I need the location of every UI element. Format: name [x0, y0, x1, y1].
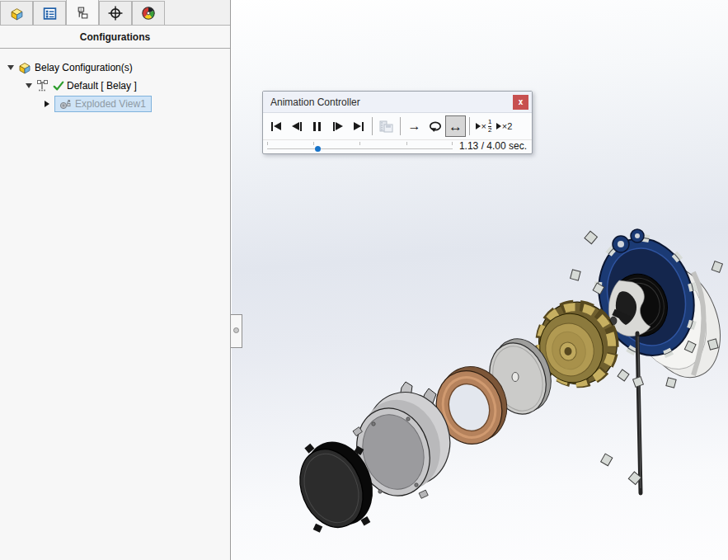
playback-toolbar: → ↔ × 1 2 ×2	[263, 113, 532, 139]
toolbar-separator	[372, 117, 373, 135]
exploded-view-icon	[59, 97, 72, 111]
fastener-cube[interactable]	[585, 231, 597, 243]
speed-double-button[interactable]: ×2	[494, 115, 514, 137]
graphics-viewport[interactable]	[232, 0, 728, 560]
one-half-fraction: 1 2	[488, 119, 491, 134]
fastener-cube[interactable]	[601, 454, 613, 466]
toolbar-separator	[400, 117, 401, 135]
save-animation-button[interactable]	[376, 115, 397, 137]
checkmark-icon	[53, 79, 64, 92]
expand-collapse-icon[interactable]	[26, 83, 32, 88]
panel-title: Configurations	[0, 26, 230, 48]
animation-controller-dialog[interactable]: Animation Controller x →	[262, 91, 533, 154]
close-button[interactable]: x	[513, 95, 528, 110]
selected-tree-item[interactable]: Exploded View1	[54, 96, 152, 112]
manager-tab-bar	[0, 0, 230, 26]
go-to-end-button[interactable]	[348, 115, 369, 137]
splitter-grip-icon	[233, 327, 239, 333]
playback-loop-button[interactable]	[425, 115, 445, 137]
dialog-title-bar[interactable]: Animation Controller x	[263, 92, 532, 113]
solidworks-window: Configurations Belay Configuration(s)	[0, 0, 728, 560]
tree-label: Exploded View1	[75, 98, 146, 110]
timeline-thumb[interactable]	[315, 146, 321, 152]
tree-row-belay-configs[interactable]: Belay Configuration(s)	[0, 59, 230, 77]
fastener-cube[interactable]	[708, 339, 719, 350]
playback-reciprocate-button[interactable]: ↔	[445, 115, 466, 137]
next-frame-button[interactable]	[327, 115, 348, 137]
property-list-icon	[43, 7, 57, 21]
double-arrow-icon: ↔	[449, 120, 463, 134]
pause-button[interactable]	[307, 115, 327, 137]
fastener-cube[interactable]	[618, 369, 629, 381]
configuration-manager-panel: Configurations Belay Configuration(s)	[0, 0, 231, 560]
timeline-slider[interactable]	[267, 141, 453, 151]
featuremanager-tab[interactable]	[0, 1, 33, 25]
assembly-config-icon	[18, 61, 31, 74]
film-save-icon	[379, 120, 393, 133]
tree-label: Belay Configuration(s)	[35, 62, 133, 73]
configurations-icon	[76, 6, 90, 20]
timeline-row: 1.13 / 4.00 sec.	[263, 139, 532, 153]
expand-collapse-icon[interactable]	[7, 65, 14, 70]
configurations-tree: Belay Configuration(s) Default [ Belay ]	[0, 49, 230, 113]
fastener-cube[interactable]	[666, 378, 676, 388]
previous-frame-button[interactable]	[286, 115, 307, 137]
fastener-cube[interactable]	[633, 377, 644, 388]
tree-row-exploded-view[interactable]: Exploded View1	[0, 95, 230, 113]
fastener-cube[interactable]	[571, 270, 581, 280]
playback-time: 1.13 / 4.00 sec.	[459, 140, 527, 152]
crosshair-target-icon	[108, 6, 123, 21]
speed-half-button[interactable]: × 1 2	[473, 115, 494, 137]
propertymanager-tab[interactable]	[33, 1, 66, 25]
slider-track	[267, 148, 453, 149]
part-icon	[10, 7, 24, 21]
configurationmanager-tab[interactable]	[66, 0, 99, 25]
tree-row-default-config[interactable]: Default [ Belay ]	[0, 77, 230, 95]
go-to-start-button[interactable]	[265, 115, 286, 137]
axle-rod-part[interactable]	[637, 333, 641, 493]
arrow-right-icon: →	[408, 120, 421, 133]
playback-normal-button[interactable]: →	[404, 115, 425, 137]
displaymanager-tab[interactable]	[132, 1, 165, 25]
panel-splitter-handle[interactable]	[231, 314, 242, 348]
color-wheel-icon	[141, 6, 156, 21]
tree-label: Default [ Belay ]	[67, 80, 137, 92]
loop-arrow-icon	[428, 120, 443, 133]
dimxpert-tab[interactable]	[99, 1, 132, 25]
exploded-assembly-scene	[232, 0, 728, 560]
dialog-title: Animation Controller	[270, 96, 513, 108]
config-tree-icon	[36, 79, 49, 92]
expand-collapse-icon[interactable]	[45, 101, 49, 107]
fastener-cube[interactable]	[712, 261, 722, 273]
toolbar-separator	[469, 117, 470, 135]
